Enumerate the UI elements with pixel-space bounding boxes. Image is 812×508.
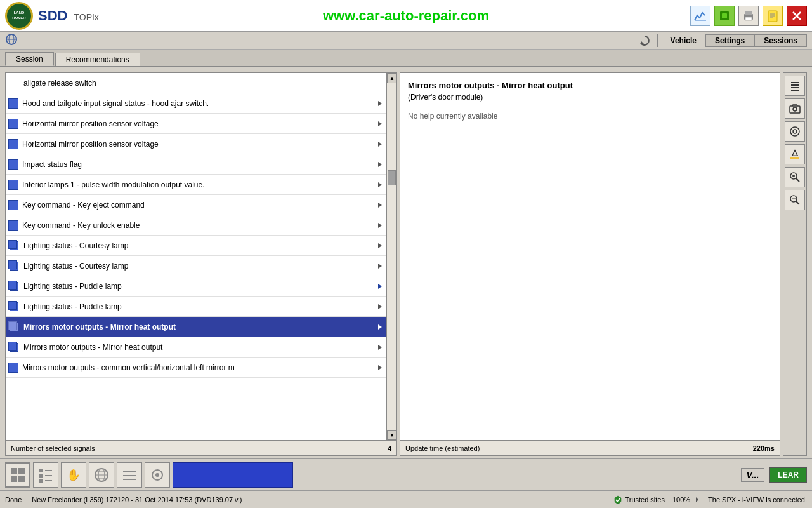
scroll-up-button[interactable]: ▲ [387,73,396,83]
svg-marker-28 [378,345,382,350]
multi-item-icon [8,301,20,312]
info-footer: Update time (estimated) 220ms [400,440,780,455]
arrow-filled-icon [376,283,384,290]
toolbar-btn-list2[interactable] [33,462,58,488]
list-item-lighting3[interactable]: Lighting status - Puddle lamp [6,276,386,297]
sidebar-zoom-icon[interactable] [785,167,805,187]
svg-rect-55 [39,479,43,483]
arrow-icon [376,140,384,148]
list-item[interactable]: Impact status flag [6,154,386,175]
arrow-icon [376,222,384,229]
svg-marker-25 [378,284,382,289]
list-item[interactable]: Horizontal mirror position sensor voltag… [6,114,386,134]
settings-button[interactable]: Settings [705,34,754,47]
toolbar-btn-globe[interactable] [89,462,114,488]
svg-marker-18 [378,142,382,147]
item-icon [8,159,18,170]
arrow-icon [376,161,384,168]
vehicle-button[interactable]: Vehicle [662,35,705,46]
svg-marker-29 [378,365,382,370]
status-done: Done [5,496,22,504]
svg-line-45 [796,201,799,204]
tab-session[interactable]: Session [5,52,54,66]
svg-point-36 [790,127,799,136]
info-footer-label: Update time (estimated) [405,444,480,452]
refresh-icon[interactable] [638,34,651,47]
multi-item-icon [8,342,20,353]
land-rover-logo: LANDROVER [5,2,33,30]
sidebar-pencil-icon[interactable] [785,144,805,164]
svg-rect-53 [39,474,43,478]
list-item-lighting2[interactable]: Lighting status - Courtesy lamp [6,256,386,276]
statusbar: Done New Freelander (L359) 172120 - 31 O… [0,490,812,508]
svg-rect-49 [11,476,17,482]
sessions-button[interactable]: Sessions [754,34,807,47]
item-icon [8,98,18,109]
memory-icon[interactable] [714,6,735,26]
svg-point-37 [793,130,797,133]
item-icon [8,200,18,210]
svg-marker-24 [378,264,382,269]
toolbar-v-label: V... [741,468,765,482]
list-item-key-eject[interactable]: Key command - Key eject command [6,195,386,215]
svg-marker-16 [378,101,382,106]
svg-line-41 [796,178,799,182]
item-icon [8,363,18,373]
arrow-icon [376,364,384,371]
list-item[interactable]: Horizontal mirror position sensor voltag… [6,134,386,154]
toolbar-btn-hand[interactable]: ✋ [61,462,86,488]
sidebar-search-icon[interactable] [785,190,805,210]
item-icon [8,119,18,129]
tab-recommendations[interactable]: Recommendations [55,53,140,66]
globe-icon [5,33,18,48]
sidebar-camera-icon[interactable] [785,98,805,119]
toolbar-btn-circle[interactable] [145,462,170,488]
scroll-down-button[interactable]: ▼ [387,430,396,440]
svg-marker-26 [378,304,382,309]
svg-rect-48 [18,468,25,474]
scroll-track [387,83,396,430]
sidebar-list-icon[interactable] [785,76,805,96]
toolbar-btn-grid2[interactable] [117,462,142,488]
list-item-mirror3[interactable]: Mirrors motor outputs - common vertical/… [6,358,386,378]
list-item[interactable]: Interior lamps 1 - pulse width modulatio… [6,175,386,195]
arrow-icon [376,344,384,351]
svg-marker-27 [378,324,382,330]
svg-point-66 [155,473,159,477]
info-footer-value: 220ms [753,444,775,452]
info-title: Mirrors motor outputs - Mirror heat outp… [408,81,772,90]
svg-rect-38 [790,157,799,159]
arrow-icon [376,262,384,270]
notes-icon[interactable] [763,6,783,26]
sidebar-circle-icon[interactable] [785,121,805,142]
toolbar-btn-grid[interactable] [5,462,30,488]
list-item[interactable]: ailgate release switch [6,73,386,93]
info-help-text: No help currently available [408,112,772,121]
multi-item-icon [8,321,20,333]
toolbar-green-btn[interactable]: LEAR [769,467,807,483]
list-footer: Number of selected signals 4 [6,440,396,455]
svg-marker-21 [378,203,382,208]
info-panel: Mirrors motor outputs - Mirror heat outp… [400,72,780,456]
scroll-thumb[interactable] [388,170,396,185]
svg-marker-19 [378,162,382,167]
list-item-mirror-selected[interactable]: Mirrors motor outputs - Mirror heat outp… [6,317,386,337]
svg-rect-5 [745,17,752,20]
list-item-lighting1[interactable]: Lighting status - Courtesy lamp [6,236,386,256]
multi-item-icon [8,260,20,272]
list-item-lighting4[interactable]: Lighting status - Puddle lamp [6,297,386,317]
close-icon[interactable] [787,6,807,26]
list-item[interactable]: Hood and tailgate input signal status - … [6,93,386,114]
arrow-icon [376,120,384,128]
graph-icon[interactable] [690,6,710,26]
arrow-icon [376,303,384,311]
list-item-mirror2[interactable]: Mirrors motor outputs - Mirror heat outp… [6,337,386,358]
topix-label: TOPIx [74,12,98,22]
list-item-key-unlock[interactable]: Key command - Key unlock enable [6,215,386,236]
status-version: New Freelander (L359) 172120 - 31 Oct 20… [32,496,242,504]
svg-marker-15 [641,41,644,44]
printer-icon[interactable] [738,6,759,26]
list-items-container: ailgate release switch Hood and tailgate… [6,73,386,440]
status-zoom: 100% [672,496,700,504]
svg-rect-4 [745,11,752,15]
